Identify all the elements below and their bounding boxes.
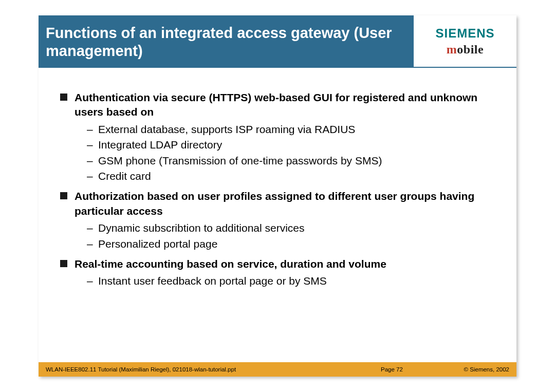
sub-list: Instant user feedback on portal page or … [75, 273, 501, 289]
sub-item: Instant user feedback on portal page or … [87, 273, 501, 289]
footer-copyright: © Siemens, 2002 [442, 366, 509, 372]
square-bullet-icon [60, 260, 67, 267]
square-bullet-icon [60, 192, 67, 199]
sub-list: External database, supports ISP roaming … [75, 122, 501, 184]
bullet-head: Authentication via secure (HTTPS) web-ba… [75, 91, 477, 118]
bullet-list: Authentication via secure (HTTPS) web-ba… [60, 90, 501, 289]
sub-item: GSM phone (Transmission of one-time pass… [87, 153, 501, 169]
sub-item: Integrated LDAP directory [87, 137, 501, 153]
bullet-item: Authorization based on user profiles ass… [60, 189, 501, 252]
slide-header: Functions of an integrated access gatewa… [39, 15, 516, 68]
slide-footer: WLAN-IEEE802.11 Tutorial (Maximilian Rie… [39, 362, 516, 377]
slide: Functions of an integrated access gatewa… [39, 15, 516, 377]
slide-title-text: Functions of an integrated access gatewa… [46, 24, 405, 60]
sub-item: Personalized portal page [87, 236, 501, 252]
page: Functions of an integrated access gatewa… [0, 0, 555, 392]
slide-content: Authentication via secure (HTTPS) web-ba… [39, 68, 516, 300]
logo-area: SIEMENS mobile [413, 15, 516, 67]
sub-item: Dynamic subscribtion to additional servi… [87, 220, 501, 236]
footer-left: WLAN-IEEE802.11 Tutorial (Maximilian Rie… [46, 366, 381, 372]
siemens-logo: SIEMENS [435, 26, 494, 41]
bullet-head: Authorization based on user profiles ass… [75, 190, 474, 216]
bullet-head: Real-time accounting based on service, d… [75, 258, 386, 270]
square-bullet-icon [60, 94, 67, 101]
sub-item: Credit card [87, 169, 501, 184]
mobile-logo-m: m [447, 43, 457, 56]
footer-page: Page 72 [381, 366, 442, 372]
bullet-item: Real-time accounting based on service, d… [60, 257, 501, 289]
sub-item: External database, supports ISP roaming … [87, 122, 501, 137]
bullet-item: Authentication via secure (HTTPS) web-ba… [60, 90, 501, 184]
mobile-logo: mobile [447, 43, 484, 57]
slide-title: Functions of an integrated access gatewa… [39, 15, 413, 67]
sub-list: Dynamic subscribtion to additional servi… [75, 220, 501, 252]
mobile-logo-rest: obile [457, 43, 484, 56]
